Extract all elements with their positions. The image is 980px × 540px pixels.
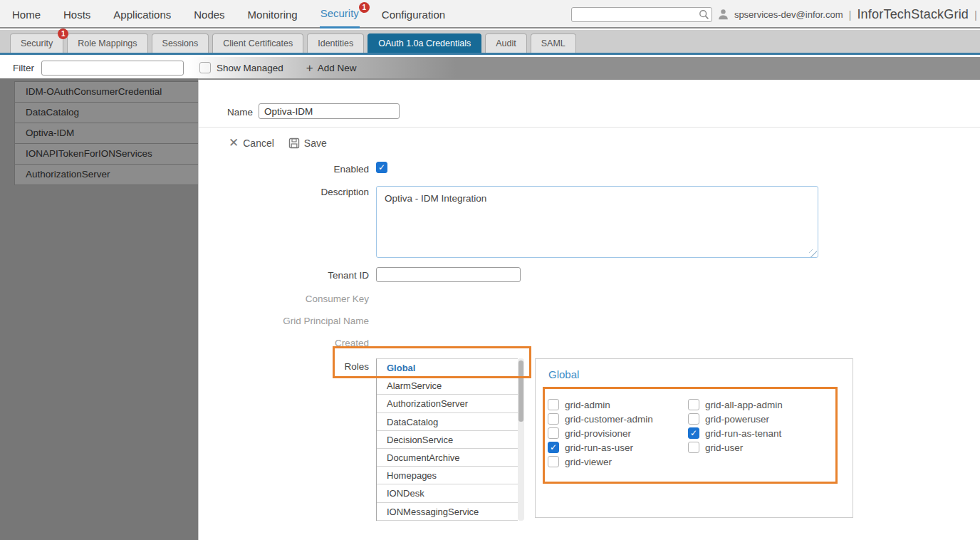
nav-item-monitoring[interactable]: Monitoring: [247, 0, 298, 28]
enabled-label: Enabled: [199, 164, 369, 175]
created-label: Created: [199, 338, 369, 348]
save-disk-icon: [288, 137, 300, 149]
user-email: spservices-dev@infor.com: [734, 9, 843, 20]
grid-customer-admin-checkbox[interactable]: [548, 413, 559, 425]
permission-label: grid-admin: [565, 400, 610, 410]
role-item[interactable]: AuthorizationServer: [377, 395, 518, 412]
global-search: [571, 7, 712, 22]
grid-provisioner-checkbox[interactable]: [548, 427, 559, 439]
add-new-label: Add New: [318, 63, 357, 73]
enabled-checkbox[interactable]: ✓: [376, 162, 387, 173]
name-label: Name: [227, 107, 253, 118]
scrollbar-track[interactable]: [518, 358, 524, 521]
role-item[interactable]: IONMessagingService: [377, 503, 518, 521]
role-item[interactable]: DataCatalog: [377, 413, 518, 431]
notification-badge: 1: [359, 2, 370, 13]
permission-label: grid-viewer: [565, 457, 612, 467]
role-item[interactable]: DecisionService: [377, 431, 518, 449]
filter-toolbar: Filter Show Managed + Add New: [0, 57, 980, 78]
scrollbar-thumb[interactable]: [518, 360, 523, 422]
grid-viewer-checkbox[interactable]: [548, 456, 559, 467]
tab-saml[interactable]: SAML: [531, 33, 576, 53]
cancel-x-icon: ✕: [229, 137, 239, 149]
role-item-global[interactable]: Global: [377, 359, 518, 377]
grid-run-as-user-checkbox[interactable]: ✓: [548, 442, 559, 453]
save-label: Save: [304, 137, 327, 149]
permission-row: grid-viewer: [548, 455, 653, 469]
content-area: Filter Show Managed + Add New IDM-OAuthC…: [0, 57, 980, 540]
credential-detail-panel: Name ✕ Cancel Save Enabled ✓ Descrip: [198, 80, 980, 540]
nav-item-hosts[interactable]: Hosts: [63, 0, 91, 28]
grid-principal-name-label: Grid Principal Name: [199, 316, 369, 326]
role-detail-heading: Global: [548, 368, 579, 380]
nav-item-label: Security: [320, 7, 359, 19]
grid-all-app-admin-checkbox[interactable]: [688, 399, 699, 410]
consumer-key-label: Consumer Key: [199, 294, 369, 304]
role-item[interactable]: Homepages: [377, 467, 518, 484]
permission-row: grid-poweruser: [688, 412, 783, 426]
permission-label: grid-run-as-tenant: [705, 428, 781, 439]
description-label: Description: [199, 187, 369, 197]
tab-sessions[interactable]: Sessions: [152, 33, 209, 53]
app-window: Home Hosts Applications Nodes Monitoring…: [0, 0, 980, 540]
permission-row: grid-customer-admin: [548, 412, 653, 426]
permission-label: grid-customer-admin: [565, 414, 653, 425]
permission-label: grid-poweruser: [705, 414, 769, 425]
modal-dim-overlay: [0, 78, 198, 540]
role-item[interactable]: DocumentArchive: [377, 449, 518, 467]
product-title: InforTechStackGrid: [857, 7, 969, 22]
separator: |: [974, 9, 977, 21]
role-item[interactable]: AlarmService: [377, 377, 518, 395]
description-textarea[interactable]: Optiva - IDM Integration: [376, 186, 818, 258]
permission-row: grid-admin: [548, 398, 653, 412]
permission-label: grid-all-app-admin: [705, 400, 783, 410]
cancel-button[interactable]: ✕ Cancel: [229, 137, 274, 149]
tab-audit[interactable]: Audit: [485, 33, 527, 53]
tab-role-mappings[interactable]: Role Mappings: [67, 33, 147, 53]
nav-item-applications[interactable]: Applications: [113, 0, 172, 28]
role-item[interactable]: IONDesk: [377, 484, 518, 502]
show-managed-checkbox[interactable]: [199, 62, 211, 73]
nav-item-security[interactable]: Security 1: [320, 0, 360, 28]
grid-user-checkbox[interactable]: [688, 442, 699, 453]
roles-label: Roles: [199, 361, 369, 372]
permission-row: ✓ grid-run-as-tenant: [688, 426, 783, 440]
grid-run-as-tenant-checkbox[interactable]: ✓: [688, 427, 699, 439]
filter-label: Filter: [13, 63, 34, 73]
tab-security[interactable]: Security 1: [10, 33, 63, 53]
permission-label: grid-run-as-user: [565, 442, 633, 453]
search-input[interactable]: [571, 7, 712, 22]
search-icon[interactable]: [699, 9, 709, 20]
roles-listbox: Global AlarmService AuthorizationServer …: [376, 358, 524, 521]
permission-row: ✓ grid-run-as-user: [548, 440, 653, 455]
tenant-id-input[interactable]: [376, 267, 521, 282]
top-navbar: Home Hosts Applications Nodes Monitoring…: [0, 0, 980, 28]
roles-list: Global AlarmService AuthorizationServer …: [376, 358, 518, 521]
tabs: Security 1 Role Mappings Sessions Client…: [10, 33, 576, 53]
nav-item-configuration[interactable]: Configuration: [381, 0, 446, 28]
permission-row: grid-all-app-admin: [688, 398, 783, 412]
role-detail-panel: Global grid-admin grid-customer-admin: [535, 358, 853, 518]
grid-poweruser-checkbox[interactable]: [688, 413, 699, 425]
security-tabbar: Security 1 Role Mappings Sessions Client…: [0, 30, 980, 55]
permission-label: grid-provisioner: [565, 428, 631, 439]
show-managed-label: Show Managed: [217, 63, 283, 73]
tab-oauth-credentials[interactable]: OAuth 1.0a Credentials: [368, 33, 481, 53]
add-new-button[interactable]: + Add New: [306, 62, 357, 74]
save-button[interactable]: Save: [288, 137, 327, 149]
permission-label: grid-user: [705, 442, 743, 453]
grid-admin-checkbox[interactable]: [548, 399, 559, 410]
divider: [547, 388, 835, 388]
divider: [199, 127, 980, 128]
tab-client-certificates[interactable]: Client Certificates: [212, 33, 303, 53]
plus-icon: +: [306, 62, 313, 74]
nav-item-nodes[interactable]: Nodes: [193, 0, 225, 28]
user-icon: [718, 9, 729, 20]
name-input[interactable]: [259, 103, 400, 119]
cancel-label: Cancel: [243, 137, 274, 149]
nav-item-home[interactable]: Home: [11, 0, 41, 28]
tab-identities[interactable]: Identities: [307, 33, 364, 53]
nav-right-area: spservices-dev@infor.com | InforTechStac…: [571, 0, 977, 28]
show-managed-toggle[interactable]: Show Managed: [199, 62, 283, 73]
filter-input[interactable]: [41, 61, 184, 76]
